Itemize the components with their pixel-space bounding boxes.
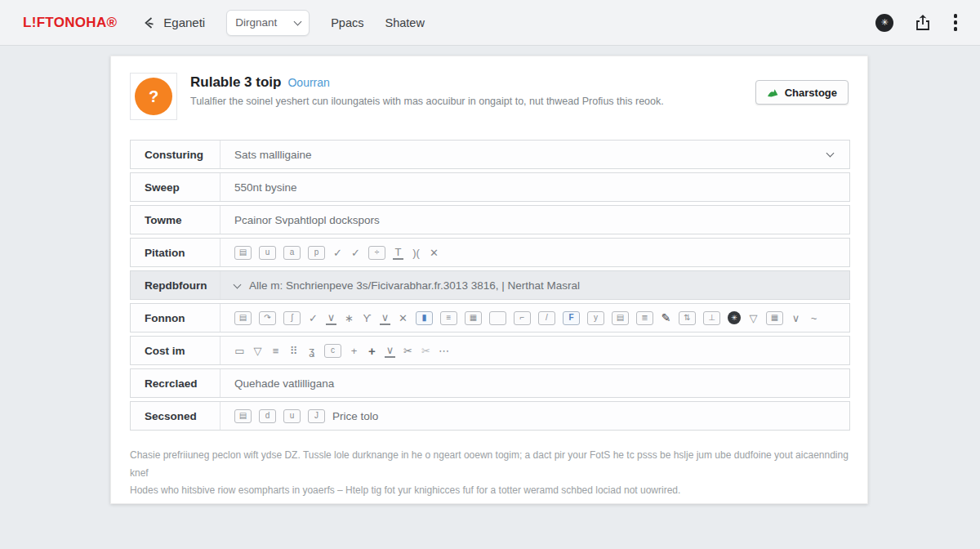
table-row: TowmePcainor Svpahtlopl dockspors [130, 205, 850, 234]
swap-box-icon[interactable]: ⇅ [679, 311, 696, 325]
row-value: 550nt bysine [220, 173, 849, 201]
plus-icon[interactable]: + [349, 343, 359, 358]
row-label: Recrclaed [131, 369, 220, 397]
table-row: Secsoned▤duJPrice tolo [130, 401, 850, 431]
plus-bold-icon[interactable]: + [367, 343, 377, 358]
title-link[interactable]: Oourran [287, 76, 329, 89]
table-row: ConsturingSats mallligaine [130, 140, 850, 169]
header-dropdown[interactable]: Dirgnant [226, 10, 310, 36]
check-icon[interactable]: ✓ [350, 245, 361, 260]
chevron-down-icon [294, 17, 302, 25]
check-icon[interactable]: ✓ [332, 245, 343, 260]
green-arrow-icon [767, 87, 779, 98]
row-label: Fonnon [131, 304, 220, 332]
text-height-icon[interactable]: T [393, 245, 403, 260]
card-icon[interactable]: ▤ [234, 409, 252, 423]
card-header-text: Rulable 3 toipOourran Tulalfier the soin… [190, 73, 664, 120]
table-row: Sweep550nt bysine [130, 172, 850, 202]
avatar: ? [130, 73, 177, 120]
row-label: Towme [131, 206, 220, 234]
row-text: Pcainor Svpahtlopl dockspors [234, 214, 380, 226]
back-icon[interactable] [143, 16, 157, 29]
card-header: ? Rulable 3 toipOourran Tulalfier the so… [130, 73, 849, 120]
triangle-icon[interactable]: ▽ [252, 343, 263, 358]
globe-icon[interactable]: ✳ [875, 14, 893, 32]
u-badge-icon[interactable]: u [283, 409, 301, 423]
brush-icon[interactable]: ✎ [661, 310, 671, 325]
table-row: RepdbfournAlle m: Snchrienpeve 3s/Ficiva… [130, 270, 850, 300]
share-icon[interactable] [915, 14, 931, 32]
redo-icon[interactable]: ↷ [259, 311, 276, 325]
chevron-down-icon[interactable] [826, 150, 835, 158]
chevron-down-icon[interactable]: ∨ [791, 310, 801, 325]
grid-box-icon[interactable]: ▦ [766, 311, 783, 325]
row-text: 550nt bysine [234, 181, 297, 194]
row-value[interactable]: Alle m: Snchrienpeve 3s/Ficivarabhar.fr.… [220, 271, 849, 299]
key-icon[interactable]: ʃ [283, 311, 301, 325]
lines-icon[interactable]: ≡ [440, 311, 457, 325]
row-value: ▤duJPrice tolo [220, 402, 849, 430]
table-icon[interactable]: ▤ [612, 311, 629, 325]
card-icon[interactable]: ▤ [234, 246, 252, 260]
table-row: RecrclaedQuehade vatlilligana [130, 368, 850, 398]
close-icon[interactable]: ✕ [429, 245, 439, 260]
rows-icon[interactable]: ≣ [636, 311, 653, 325]
funnel-icon[interactable]: ▽ [748, 310, 759, 325]
j-bracket-icon[interactable]: J [308, 409, 325, 423]
align-icon[interactable]: ≡ [270, 343, 281, 358]
blank-box-icon[interactable] [489, 311, 506, 325]
rect-icon[interactable]: ▭ [234, 343, 245, 358]
more-icon[interactable]: ⋯ [439, 343, 449, 358]
row-value: Pcainor Svpahtlopl dockspors [220, 206, 849, 234]
u-badge-icon[interactable]: u [259, 246, 276, 260]
c-box-icon[interactable]: c [324, 344, 341, 358]
top-bar: L!FTONOHA® Eganeti Dirgnant Ppacs Shatew… [0, 0, 980, 46]
nav-item-shatew[interactable]: Shatew [385, 16, 425, 29]
slash-box-icon[interactable]: / [538, 311, 555, 325]
asterisk-icon[interactable]: ∗ [344, 310, 354, 325]
kebab-menu-icon[interactable] [952, 12, 959, 33]
d-badge-icon[interactable]: d [259, 409, 276, 423]
row-label: Repdbfourn [131, 271, 220, 299]
charstoge-button-label: Charstoge [785, 87, 837, 99]
card-subtitle: Tulalfier the soinel yeshert cun ilounga… [190, 96, 664, 107]
panel-blue-icon[interactable]: ▮ [416, 311, 433, 325]
table-row: Cost im▭▽≡⠿ʓc++∨✂✂⋯ [130, 336, 850, 365]
row-value: ▭▽≡⠿ʓc++∨✂✂⋯ [220, 337, 849, 364]
dots-grid-icon[interactable]: ⠿ [288, 343, 299, 358]
back-label[interactable]: Eganeti [163, 16, 205, 29]
y-box-icon[interactable]: y [587, 311, 604, 325]
row-label: Cost im [131, 337, 220, 364]
scissors-icon[interactable]: ✂ [421, 343, 431, 358]
help-circle-icon[interactable]: ✳ [728, 311, 741, 324]
topbar-actions: ✳ [875, 12, 959, 33]
close-icon[interactable]: ✕ [398, 310, 408, 325]
corner-icon[interactable]: ⌐ [514, 311, 531, 325]
nav-item-ppacs[interactable]: Ppacs [331, 16, 363, 29]
logo: L!FTONOHA® [23, 15, 117, 31]
footer-line-2: Hodes who hitsbive riow esompharts in yo… [130, 482, 849, 500]
antenna-icon[interactable]: ϒ [362, 310, 372, 325]
photo-icon[interactable]: ▦ [465, 311, 482, 325]
card-icon[interactable]: ▤ [234, 311, 252, 325]
anchor-box-icon[interactable]: ⊥ [703, 311, 720, 325]
question-badge-icon: ? [135, 78, 172, 115]
divide-box-icon[interactable]: ÷ [368, 246, 385, 260]
row-text: Price tolo [332, 410, 378, 422]
check-under-icon[interactable]: ∨ [326, 310, 336, 325]
chevron-down-icon[interactable] [234, 280, 242, 288]
check-under-icon[interactable]: ∨ [385, 343, 395, 358]
row-label: Consturing [131, 141, 220, 168]
scissors-icon[interactable]: ✂ [403, 343, 413, 358]
row-label: Pitation [131, 239, 220, 266]
signature-icon[interactable]: ʓ [306, 343, 317, 358]
dash-icon[interactable]: ~ [808, 310, 819, 325]
p-badge-icon[interactable]: p [308, 246, 325, 260]
charstoge-button[interactable]: Charstoge [755, 80, 849, 105]
mirror-icon[interactable]: )( [411, 245, 421, 260]
a-badge-icon[interactable]: a [283, 246, 301, 260]
f-blue-icon[interactable]: F [563, 311, 580, 325]
footer-line-1: Chasie prefriiuneg peclon wift ydse DZ. … [130, 447, 849, 482]
check-under-icon[interactable]: ∨ [380, 310, 390, 325]
check-icon[interactable]: ✓ [308, 310, 318, 325]
